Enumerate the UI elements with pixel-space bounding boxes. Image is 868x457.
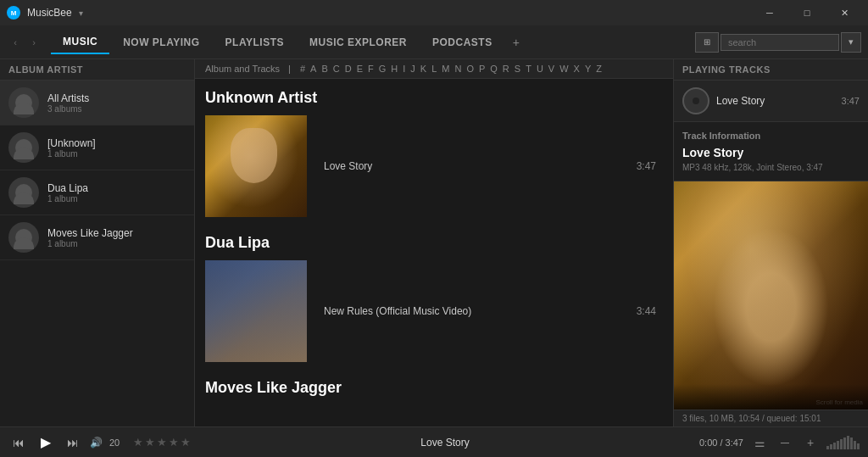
- playing-header: Playing Tracks: [674, 59, 868, 81]
- alpha-hash[interactable]: #: [299, 64, 306, 74]
- star-rating[interactable]: ★ ★ ★ ★ ★: [133, 436, 191, 449]
- tab-music[interactable]: MUSIC: [51, 31, 109, 54]
- add-tab-button[interactable]: +: [506, 32, 526, 53]
- nav-bar: ‹ › MUSIC NOW PLAYING PLAYLISTS MUSIC EX…: [0, 25, 868, 59]
- search-input[interactable]: [721, 34, 839, 51]
- content-scroll[interactable]: Unknown Artist Love Story 3:47 Dua Lipa: [195, 79, 673, 426]
- track-info-title: Love Story: [682, 146, 860, 159]
- avatar: [8, 132, 39, 163]
- alpha-a[interactable]: A: [309, 64, 317, 74]
- back-button[interactable]: ‹: [7, 34, 24, 51]
- star-5[interactable]: ★: [181, 436, 191, 449]
- current-time: 0:00: [699, 437, 717, 448]
- alpha-l[interactable]: L: [431, 64, 437, 74]
- alpha-q[interactable]: Q: [489, 64, 498, 74]
- equalizer-button[interactable]: ⚌: [750, 433, 769, 452]
- tab-music-explorer[interactable]: MUSIC EXPLORER: [298, 31, 419, 53]
- right-panel-footer: 3 files, 10 MB, 10:54 / queued: 15:01: [674, 410, 868, 426]
- tab-podcasts[interactable]: PODCASTS: [420, 31, 504, 53]
- track-info-section: Track Information Love Story MP3 48 kHz,…: [674, 122, 868, 181]
- alpha-r[interactable]: R: [502, 64, 510, 74]
- alpha-u[interactable]: U: [536, 64, 544, 74]
- alpha-c[interactable]: C: [332, 64, 341, 74]
- playing-row[interactable]: Love Story 3:47: [674, 81, 868, 122]
- sidebar-item-moves-like-jagger[interactable]: Moves Like Jagger 1 album: [0, 215, 194, 260]
- app-icon: M: [7, 6, 20, 20]
- playing-track-duration: 3:47: [842, 96, 860, 106]
- artist-name: Dua Lipa: [47, 182, 186, 194]
- alpha-o[interactable]: O: [465, 64, 475, 74]
- alpha-d[interactable]: D: [344, 64, 353, 74]
- album-art-dua[interactable]: [205, 260, 307, 362]
- track-row[interactable]: Love Story 3:47: [317, 155, 663, 177]
- alpha-w[interactable]: W: [559, 64, 569, 74]
- alpha-i[interactable]: I: [402, 64, 406, 74]
- bottom-bar: ⏮ ▶ ⏭ 🔊 20 ★ ★ ★ ★ ★ Love Story 0:00 / 3…: [0, 426, 868, 457]
- vol-bar-10: [857, 443, 860, 449]
- alpha-v[interactable]: V: [548, 64, 555, 74]
- alpha-g[interactable]: G: [378, 64, 387, 74]
- alpha-h[interactable]: H: [390, 64, 398, 74]
- vol-bar-6: [843, 437, 846, 449]
- track-duration: 3:44: [622, 305, 656, 317]
- content-header-sep: |: [288, 64, 291, 74]
- alpha-e[interactable]: E: [356, 64, 364, 74]
- vol-bar-2: [830, 444, 832, 449]
- star-2[interactable]: ★: [145, 436, 155, 449]
- album-row: New Rules (Official Music Video) 3:44: [205, 260, 663, 362]
- close-button[interactable]: ✕: [827, 3, 861, 22]
- star-4[interactable]: ★: [169, 436, 179, 449]
- volume-bars: [826, 436, 860, 449]
- bottom-track-name: Love Story: [198, 437, 693, 449]
- playing-disc-icon: [682, 87, 709, 114]
- artist-section-title: Moves Like Jagger: [205, 379, 663, 397]
- star-1[interactable]: ★: [133, 436, 143, 449]
- volume-down-button[interactable]: ─: [776, 433, 794, 452]
- sidebar-header: Album Artist: [0, 59, 194, 81]
- artist-section-dua-lipa: Dua Lipa New Rules (Official Music Video…: [205, 234, 663, 362]
- alpha-x[interactable]: X: [573, 64, 581, 74]
- album-art-large[interactable]: Scroll for media: [674, 181, 868, 410]
- time-display: 0:00 / 3:47: [699, 437, 743, 448]
- vol-bar-4: [837, 441, 839, 449]
- alpha-j[interactable]: J: [409, 64, 416, 74]
- star-3[interactable]: ★: [157, 436, 167, 449]
- maximize-button[interactable]: □: [790, 3, 824, 22]
- alpha-t[interactable]: T: [525, 64, 532, 74]
- next-button[interactable]: ⏭: [63, 432, 83, 453]
- content-header: Album and Tracks | # A B C D E F G H I J…: [195, 59, 673, 79]
- forward-button[interactable]: ›: [25, 34, 42, 51]
- sidebar-item-dua-lipa[interactable]: Dua Lipa 1 album: [0, 170, 194, 215]
- track-duration: 3:47: [622, 160, 656, 172]
- artist-sub: 1 album: [47, 239, 186, 248]
- minimize-button[interactable]: ─: [753, 3, 787, 22]
- dropdown-arrow[interactable]: ▾: [79, 8, 83, 18]
- search-icon-button[interactable]: ▾: [841, 32, 861, 53]
- artist-section-title: Unknown Artist: [205, 89, 663, 107]
- artist-section-title: Dua Lipa: [205, 234, 663, 252]
- avatar: [8, 222, 39, 253]
- alpha-b[interactable]: B: [320, 64, 328, 74]
- alpha-f[interactable]: F: [367, 64, 375, 74]
- play-button[interactable]: ▶: [36, 432, 56, 453]
- alpha-k[interactable]: K: [420, 64, 427, 74]
- artist-section-moves-like-jagger: Moves Like Jagger: [205, 379, 663, 397]
- track-row[interactable]: New Rules (Official Music Video) 3:44: [317, 300, 663, 322]
- layout-button[interactable]: ⊞: [695, 32, 719, 53]
- previous-button[interactable]: ⏮: [8, 432, 29, 453]
- album-art-taylor[interactable]: [205, 115, 307, 217]
- tab-playlists[interactable]: PLAYLISTS: [214, 31, 296, 53]
- alpha-p[interactable]: P: [478, 64, 486, 74]
- alpha-m[interactable]: M: [441, 64, 450, 74]
- alpha-s[interactable]: S: [514, 64, 521, 74]
- alpha-y[interactable]: Y: [584, 64, 592, 74]
- artist-sub: 3 albums: [47, 104, 186, 114]
- artist-name: [Unknown]: [47, 137, 186, 149]
- tab-now-playing[interactable]: NOW PLAYING: [111, 31, 211, 53]
- volume-up-button[interactable]: +: [801, 433, 820, 452]
- face-overlay: [713, 227, 829, 387]
- sidebar-item-unknown[interactable]: [Unknown] 1 album: [0, 125, 194, 170]
- sidebar-item-all-artists[interactable]: All Artists 3 albums: [0, 81, 194, 125]
- alpha-z[interactable]: Z: [595, 64, 603, 74]
- alpha-n[interactable]: N: [453, 64, 462, 74]
